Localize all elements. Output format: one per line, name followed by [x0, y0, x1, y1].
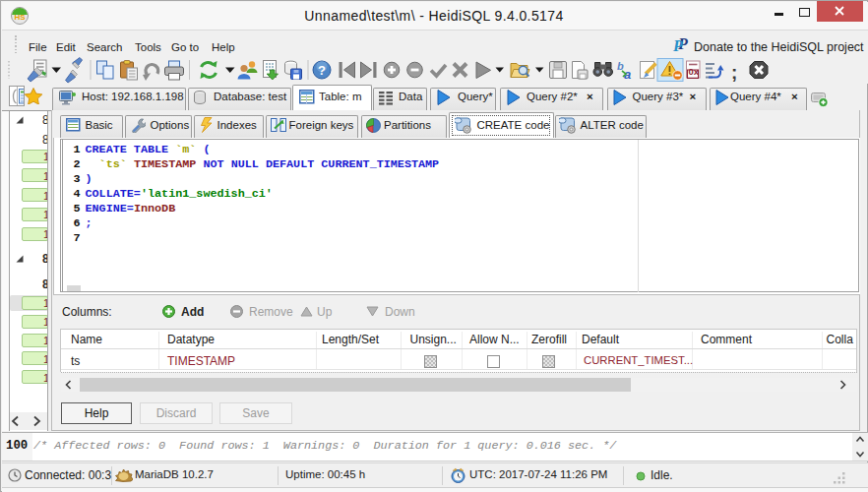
svg-text:P: P [672, 37, 683, 54]
svg-text:?: ? [318, 63, 326, 78]
svg-text:b: b [617, 60, 624, 72]
svg-text:HS: HS [14, 13, 26, 22]
svg-text:;: ; [731, 62, 737, 83]
